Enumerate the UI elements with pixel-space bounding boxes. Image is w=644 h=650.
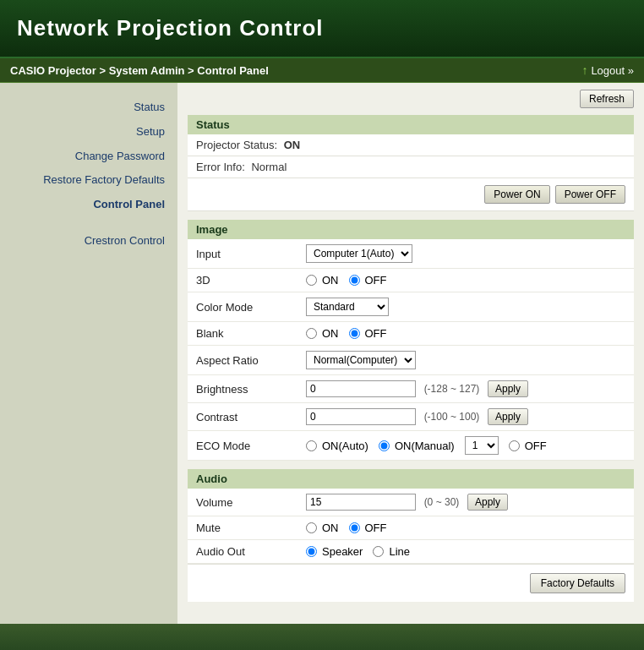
image-section: Image Input Computer 1(Auto) Computer 2 …: [188, 220, 634, 461]
power-off-button[interactable]: Power OFF: [555, 185, 625, 204]
audio-line-label[interactable]: Line: [373, 545, 410, 558]
3d-off-label[interactable]: OFF: [349, 274, 387, 287]
status-section-header: Status: [188, 115, 634, 134]
blank-radio-group: ON OFF: [306, 327, 625, 340]
factory-defaults-row: Factory Defaults: [188, 564, 634, 602]
audio-form-table: Volume (0 ~ 30) Apply Mute ON: [188, 489, 634, 564]
contrast-label: Contrast: [188, 403, 297, 431]
contrast-input[interactable]: [306, 408, 416, 425]
brightness-apply-button[interactable]: Apply: [488, 380, 528, 397]
input-select[interactable]: Computer 1(Auto) Computer 2 HDMI Video S…: [306, 244, 412, 263]
brightness-input[interactable]: [306, 380, 416, 397]
volume-apply-button[interactable]: Apply: [467, 494, 508, 511]
mute-row: Mute ON OFF: [188, 516, 634, 540]
eco-mode-cell: ON(Auto) ON(Manual) 1 2 3 OF: [297, 431, 634, 461]
sidebar-item-control-panel[interactable]: Control Panel: [0, 193, 177, 217]
eco-mode-label: ECO Mode: [188, 431, 297, 461]
eco-auto-radio[interactable]: [306, 440, 317, 451]
power-on-button[interactable]: Power ON: [484, 185, 549, 204]
sidebar-item-restore-factory-defaults[interactable]: Restore Factory Defaults: [0, 168, 177, 193]
refresh-button[interactable]: Refresh: [580, 90, 634, 108]
audio-line-radio[interactable]: [373, 546, 384, 557]
sidebar-item-setup[interactable]: Setup: [0, 120, 177, 145]
footer: [0, 624, 644, 650]
3d-off-radio[interactable]: [349, 275, 360, 286]
contrast-apply-button[interactable]: Apply: [488, 408, 528, 425]
status-table: Projector Status: ON Error Info: Normal: [188, 134, 634, 178]
3d-on-radio[interactable]: [306, 275, 317, 286]
blank-row: Blank ON OFF: [188, 322, 634, 346]
logout-link[interactable]: ↑ Logout »: [581, 63, 634, 77]
mute-on-label[interactable]: ON: [306, 522, 339, 534]
audio-out-cell: Speaker Line: [297, 540, 634, 564]
breadcrumb: CASIO Projector > System Admin > Control…: [10, 64, 269, 77]
blank-off-label[interactable]: OFF: [349, 327, 387, 340]
brightness-range: (-128 ~ 127): [424, 383, 480, 395]
status-section: Status Projector Status: ON Error Info: …: [188, 115, 634, 211]
blank-on-radio[interactable]: [306, 328, 317, 339]
volume-row: Volume (0 ~ 30) Apply: [188, 489, 634, 516]
sidebar-item-change-password[interactable]: Change Password: [0, 145, 177, 169]
audio-out-label: Audio Out: [188, 540, 297, 564]
color-mode-label: Color Mode: [188, 292, 297, 322]
image-form-table: Input Computer 1(Auto) Computer 2 HDMI V…: [188, 239, 634, 461]
mute-label: Mute: [188, 516, 297, 540]
brightness-label: Brightness: [188, 375, 297, 403]
breadcrumb-bar: CASIO Projector > System Admin > Control…: [0, 58, 644, 83]
eco-manual-label[interactable]: ON(Manual): [379, 440, 455, 452]
logout-label: Logout »: [591, 64, 634, 77]
logout-arrow-icon: ↑: [581, 63, 587, 77]
factory-defaults-button[interactable]: Factory Defaults: [530, 573, 625, 593]
aspect-ratio-label: Aspect Ratio: [188, 346, 297, 375]
sidebar: Status Setup Change Password Restore Fac…: [0, 83, 177, 624]
sidebar-item-crestron-control[interactable]: Crestron Control: [0, 229, 177, 254]
blank-off-radio[interactable]: [349, 328, 360, 339]
image-section-header: Image: [188, 220, 634, 239]
app-title: Network Projection Control: [17, 15, 324, 41]
content-area: Refresh Status Projector Status: ON Erro…: [177, 83, 644, 624]
blank-on-label[interactable]: ON: [306, 327, 339, 340]
contrast-row: Contrast (-100 ~ 100) Apply: [188, 403, 634, 431]
blank-label: Blank: [188, 322, 297, 346]
main-layout: Status Setup Change Password Restore Fac…: [0, 83, 644, 624]
eco-off-radio[interactable]: [509, 440, 520, 451]
eco-manual-level-select[interactable]: 1 2 3: [465, 436, 499, 455]
brightness-cell: (-128 ~ 127) Apply: [297, 375, 634, 403]
eco-auto-label[interactable]: ON(Auto): [306, 440, 368, 452]
color-mode-select[interactable]: Standard Presentation Cinema Game: [306, 298, 389, 316]
mute-on-radio[interactable]: [306, 522, 317, 533]
eco-mode-row: ECO Mode ON(Auto) ON(Manual) 1 2: [188, 431, 634, 461]
audio-speaker-label[interactable]: Speaker: [306, 545, 363, 558]
volume-input[interactable]: [306, 494, 416, 511]
contrast-cell: (-100 ~ 100) Apply: [297, 403, 634, 431]
audio-speaker-radio[interactable]: [306, 546, 317, 557]
contrast-range: (-100 ~ 100): [424, 411, 480, 423]
aspect-ratio-row: Aspect Ratio Normal(Computer) 4:3 16:9 F…: [188, 346, 634, 375]
eco-manual-radio[interactable]: [379, 440, 390, 451]
projector-status-label: Projector Status: ON: [188, 134, 634, 156]
brightness-row: Brightness (-128 ~ 127) Apply: [188, 375, 634, 403]
3d-row: 3D ON OFF: [188, 269, 634, 292]
3d-on-label[interactable]: ON: [306, 274, 339, 287]
3d-label: 3D: [188, 269, 297, 292]
mute-radio-group: ON OFF: [306, 522, 625, 534]
audio-out-row: Audio Out Speaker Line: [188, 540, 634, 564]
volume-label: Volume: [188, 489, 297, 516]
projector-status-row: Projector Status: ON: [188, 134, 634, 156]
mute-off-radio[interactable]: [349, 522, 360, 533]
sidebar-item-status[interactable]: Status: [0, 96, 177, 120]
error-info-label: Error Info: Normal: [188, 156, 634, 178]
aspect-ratio-select[interactable]: Normal(Computer) 4:3 16:9 Full: [306, 351, 416, 369]
input-row: Input Computer 1(Auto) Computer 2 HDMI V…: [188, 239, 634, 269]
volume-cell: (0 ~ 30) Apply: [297, 489, 634, 516]
eco-off-label[interactable]: OFF: [509, 440, 547, 452]
input-label: Input: [188, 239, 297, 269]
volume-range: (0 ~ 30): [424, 496, 460, 508]
aspect-ratio-cell: Normal(Computer) 4:3 16:9 Full: [297, 346, 634, 375]
refresh-row: Refresh: [188, 90, 634, 108]
3d-cell: ON OFF: [297, 269, 634, 292]
blank-cell: ON OFF: [297, 322, 634, 346]
audio-section: Audio Volume (0 ~ 30) Apply Mute: [188, 469, 634, 602]
header: Network Projection Control: [0, 0, 644, 58]
mute-off-label[interactable]: OFF: [349, 522, 387, 534]
